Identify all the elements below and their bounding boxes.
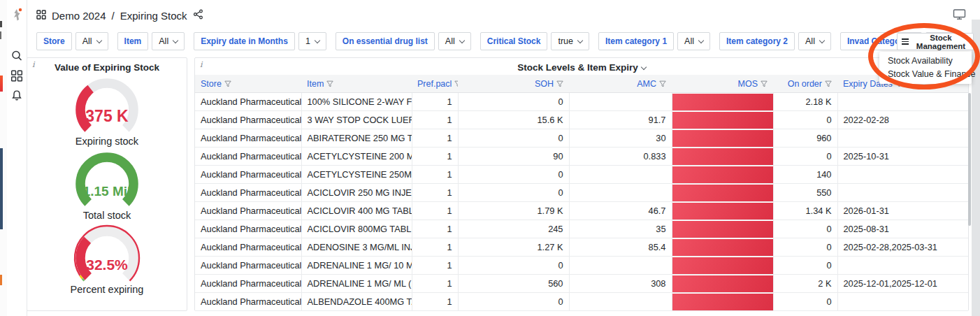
cell-on-order: 0 xyxy=(773,257,837,275)
edge-fragment-navy xyxy=(0,148,3,229)
cell-expiry-dates: 2025-12-01,2025-12-01 xyxy=(837,275,968,293)
edge-fragment xyxy=(0,31,1,39)
column-header-mos[interactable]: MOS xyxy=(672,75,773,93)
table-row: Auckland Pharmaceutical Wa...ADENOSINE 3… xyxy=(195,238,968,257)
table-row: Auckland Pharmaceutical Wa...ACETYLCYSTE… xyxy=(195,148,968,166)
filter-value-dropdown[interactable]: All xyxy=(152,32,185,50)
cell-expiry-dates xyxy=(837,166,968,184)
app-logo-icon[interactable] xyxy=(9,7,24,27)
mos-cell xyxy=(672,202,773,220)
table-row: Auckland Pharmaceutical Wa...ACETYLCYSTE… xyxy=(195,166,968,184)
filter-funnel-icon[interactable] xyxy=(224,80,231,87)
cell-pref-pacl: 1 xyxy=(412,238,458,257)
cell-expiry-dates: 2025-02-28,2025-03-31 xyxy=(837,238,968,257)
table-row: Auckland Pharmaceutical Wa...ADRENALINE … xyxy=(195,275,968,293)
sidebar xyxy=(7,0,27,316)
filter-pair-store: StoreAll xyxy=(36,32,108,50)
cell-amc: 308 xyxy=(569,275,672,293)
filter-label[interactable]: Store xyxy=(36,32,72,50)
breadcrumb-dashboard[interactable]: Expiring Stock xyxy=(120,10,187,22)
cell-pref-pacl: 1 xyxy=(412,293,458,311)
gauge-panel-title: Value of Expiring Stock xyxy=(27,62,187,73)
menu-item-stock-availability[interactable]: Stock Availability xyxy=(879,55,972,68)
cell-pref-pacl: 1 xyxy=(412,148,458,166)
share-icon[interactable] xyxy=(193,9,203,22)
column-header-soh[interactable]: SOH xyxy=(458,75,569,93)
mos-red-bar xyxy=(672,166,773,183)
filter-value-dropdown[interactable]: All xyxy=(438,32,471,50)
cell-on-order: 1.34 K xyxy=(773,202,837,220)
cell-amc: 30 xyxy=(569,129,672,148)
filter-label[interactable]: On essential drug list xyxy=(336,32,435,50)
edge-fragment xyxy=(0,21,2,27)
gauge-arc: 375 K xyxy=(62,76,152,138)
cell-amc xyxy=(569,184,672,202)
filter-label[interactable]: Item xyxy=(117,32,149,50)
filter-value-dropdown[interactable]: true xyxy=(551,32,589,50)
cell-pref-pacl: 1 xyxy=(412,166,458,184)
cell-expiry-dates xyxy=(837,93,968,111)
table-panel: i Stock Levels & Item Expiry StoreItemPr… xyxy=(194,57,969,311)
stock-management-button[interactable]: Stock Management xyxy=(897,33,974,50)
table-panel-title[interactable]: Stock Levels & Item Expiry xyxy=(195,62,968,73)
dashboards-grid-icon[interactable] xyxy=(11,70,23,85)
column-header-amc[interactable]: AMC xyxy=(569,75,672,93)
breadcrumb-folder[interactable]: Demo 2024 xyxy=(52,10,106,22)
gauge-value: 1.15 Mil xyxy=(83,184,131,199)
filter-label[interactable]: Critical Stock xyxy=(480,32,548,50)
cell-on-order: 960 xyxy=(773,129,837,148)
column-header-on-order[interactable]: On order xyxy=(773,75,837,93)
filter-pair-on-essential-drug-list: On essential drug listAll xyxy=(336,32,471,50)
cell-soh: 245 xyxy=(458,220,569,238)
cell-store: Auckland Pharmaceutical Wa... xyxy=(195,293,301,311)
filter-funnel-icon[interactable] xyxy=(761,80,768,87)
cell-soh: 0 xyxy=(458,293,569,311)
column-header-pref-pacl[interactable]: Pref.pacl xyxy=(412,75,458,93)
filter-pair-expiry-date-in-months: Expiry date in Months1 xyxy=(194,32,326,50)
cell-on-order: 0 xyxy=(773,293,837,311)
filter-value-dropdown[interactable]: All xyxy=(798,32,831,50)
filter-value-dropdown[interactable]: All xyxy=(677,32,710,50)
column-header-item[interactable]: Item xyxy=(301,75,412,93)
cell-item: 3 WAY STOP COCK LUER LO... xyxy=(301,111,412,129)
cell-amc xyxy=(569,257,672,275)
search-icon[interactable] xyxy=(10,50,23,65)
mos-red-bar xyxy=(672,239,773,256)
gauges-container: 375 KExpiring stock1.15 MilTotal stock32… xyxy=(27,76,187,295)
cell-item: 100% SILICONE 2-WAY FOL... xyxy=(301,93,412,111)
filter-funnel-icon[interactable] xyxy=(454,80,458,87)
mos-cell xyxy=(672,293,773,311)
cell-on-order: 140 xyxy=(773,166,837,184)
cell-on-order: 0 xyxy=(773,148,837,166)
cell-item: ADENOSINE 3 MG/ML INJE... xyxy=(301,238,412,257)
table-row: Auckland Pharmaceutical Wa...ACICLOVIR 2… xyxy=(195,184,968,202)
edge-fragment-red xyxy=(0,76,3,92)
mos-cell xyxy=(672,257,773,275)
cell-item: ADRENALINE 1 MG/ ML (1 I... xyxy=(301,275,412,293)
filter-funnel-icon[interactable] xyxy=(556,80,563,87)
cell-store: Auckland Pharmaceutical Wa... xyxy=(195,166,301,184)
filter-label[interactable]: Item category 1 xyxy=(598,32,674,50)
filter-label[interactable]: Item category 2 xyxy=(719,32,795,50)
cell-expiry-dates: 2025-10-31 xyxy=(837,148,968,166)
chevron-down-icon xyxy=(315,37,320,43)
cell-amc: 91.7 xyxy=(569,111,672,129)
cell-soh: 0 xyxy=(458,93,569,111)
cell-amc: 46.7 xyxy=(569,202,672,220)
filter-funnel-icon[interactable] xyxy=(659,80,666,87)
column-header-store[interactable]: Store xyxy=(195,75,301,93)
filter-label[interactable]: Expiry date in Months xyxy=(194,32,295,50)
cell-on-order: 0 xyxy=(773,220,837,238)
chevron-down-icon xyxy=(577,37,583,43)
cell-item: ACETYLCYSTEINE 250MG/2... xyxy=(301,166,412,184)
menu-item-stock-value-finance[interactable]: Stock Value & Finance xyxy=(879,68,972,81)
filter-funnel-icon[interactable] xyxy=(326,80,333,87)
alerts-bell-icon[interactable] xyxy=(11,89,23,105)
mos-cell xyxy=(672,129,773,148)
cell-store: Auckland Pharmaceutical Wa... xyxy=(195,148,301,166)
filter-value-dropdown[interactable]: 1 xyxy=(298,32,326,50)
table-scrollbar-thumb[interactable] xyxy=(968,93,971,226)
filter-funnel-icon[interactable] xyxy=(825,80,832,87)
filter-value-dropdown[interactable]: All xyxy=(75,32,108,50)
kiosk-monitor-icon[interactable] xyxy=(953,8,966,23)
